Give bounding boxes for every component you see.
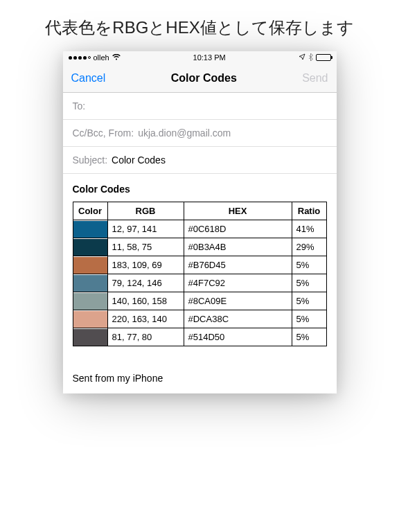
rgb-cell: 220, 163, 140 [107, 310, 184, 328]
from-value: ukja.dion@gmail.com [138, 127, 231, 139]
clock: 10:13 PM [193, 53, 226, 62]
battery-icon [316, 54, 331, 61]
table-row: 140, 160, 158#8CA09E5% [73, 292, 326, 310]
subject-field[interactable]: Subject: Color Codes [63, 147, 337, 174]
hex-cell: #0B3A4B [184, 238, 292, 256]
wifi-icon [112, 54, 121, 62]
swatch-cell [73, 256, 107, 274]
col-hex: HEX [184, 202, 292, 220]
nav-bar: Cancel Color Codes Send [63, 64, 337, 93]
rgb-cell: 140, 160, 158 [107, 292, 184, 310]
ratio-cell: 5% [292, 292, 326, 310]
send-button[interactable]: Send [302, 72, 328, 85]
ratio-cell: 29% [292, 238, 326, 256]
swatch-cell [73, 328, 107, 346]
color-swatch [73, 239, 107, 256]
signal-dots-icon [69, 56, 91, 60]
ccbcc-field[interactable]: Cc/Bcc, From: ukja.dion@gmail.com [63, 120, 337, 147]
color-swatch [73, 257, 107, 274]
table-row: 12, 97, 141#0C618D41% [73, 220, 326, 238]
status-bar: olleh 10:13 PM [63, 51, 337, 64]
to-field[interactable]: To: [63, 93, 337, 120]
hex-cell: #B76D45 [184, 256, 292, 274]
color-table: Color RGB HEX Ratio 12, 97, 141#0C618D41… [73, 202, 327, 346]
signature: Sent from my iPhone [73, 373, 327, 384]
ratio-cell: 5% [292, 256, 326, 274]
to-label: To: [73, 100, 86, 112]
rgb-cell: 81, 77, 80 [107, 328, 184, 346]
nav-title: Color Codes [171, 72, 237, 85]
rgb-cell: 183, 109, 69 [107, 256, 184, 274]
body-heading: Color Codes [73, 184, 327, 195]
swatch-cell [73, 310, 107, 328]
location-icon [299, 53, 305, 62]
table-row: 11, 58, 75#0B3A4B29% [73, 238, 326, 256]
color-swatch [73, 221, 107, 238]
ratio-cell: 5% [292, 274, 326, 292]
ratio-cell: 41% [292, 220, 326, 238]
ratio-cell: 5% [292, 310, 326, 328]
hex-cell: #4F7C92 [184, 274, 292, 292]
swatch-cell [73, 274, 107, 292]
cancel-button[interactable]: Cancel [71, 72, 106, 85]
bluetooth-icon [308, 53, 313, 62]
swatch-cell [73, 238, 107, 256]
compose-area: To: Cc/Bcc, From: ukja.dion@gmail.com Su… [63, 93, 337, 393]
subject-label: Subject: [73, 154, 108, 166]
ccbcc-label: Cc/Bcc, From: [73, 127, 134, 139]
ratio-cell: 5% [292, 328, 326, 346]
col-color: Color [73, 202, 107, 220]
table-row: 183, 109, 69#B76D455% [73, 256, 326, 274]
table-row: 220, 163, 140#DCA38C5% [73, 310, 326, 328]
hex-cell: #0C618D [184, 220, 292, 238]
hex-cell: #514D50 [184, 328, 292, 346]
rgb-cell: 79, 124, 146 [107, 274, 184, 292]
carrier-label: olleh [94, 53, 109, 62]
table-row: 79, 124, 146#4F7C925% [73, 274, 326, 292]
subject-value: Color Codes [112, 154, 166, 166]
table-header-row: Color RGB HEX Ratio [73, 202, 326, 220]
swatch-cell [73, 220, 107, 238]
rgb-cell: 12, 97, 141 [107, 220, 184, 238]
col-ratio: Ratio [292, 202, 326, 220]
table-row: 81, 77, 80#514D505% [73, 328, 326, 346]
email-body[interactable]: Color Codes Color RGB HEX Ratio 12, 97, … [63, 174, 337, 393]
col-rgb: RGB [107, 202, 184, 220]
color-swatch [73, 275, 107, 292]
hex-cell: #DCA38C [184, 310, 292, 328]
color-swatch [73, 329, 107, 346]
color-swatch [73, 293, 107, 310]
phone-frame: olleh 10:13 PM Cancel Color Codes Send T… [63, 51, 337, 393]
hex-cell: #8CA09E [184, 292, 292, 310]
rgb-cell: 11, 58, 75 [107, 238, 184, 256]
promo-caption: 代表色をRBGとHEX値として保存します [0, 0, 399, 51]
swatch-cell [73, 292, 107, 310]
color-swatch [73, 311, 107, 328]
